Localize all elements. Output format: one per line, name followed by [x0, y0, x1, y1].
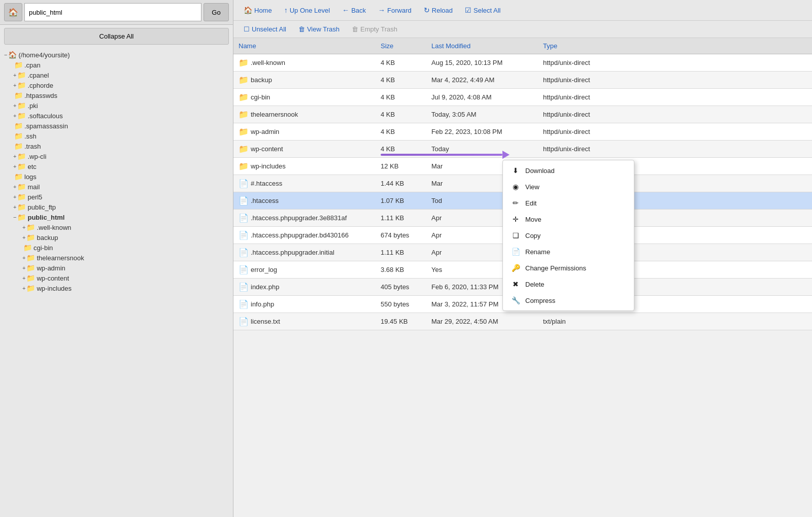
tree-item-home[interactable]: −🏠(/home4/yoursite) — [4, 50, 229, 60]
tree-item-spamassassin[interactable]: 📁.spamassassin — [4, 121, 229, 131]
tree-item-cpan[interactable]: 📁.cpan — [4, 60, 229, 70]
rename-icon: 📄 — [511, 248, 520, 256]
file-name: backup — [251, 76, 272, 84]
collapse-all-button[interactable]: Collapse All — [4, 28, 229, 45]
tree-label: wp-includes — [37, 285, 72, 292]
delete-label: Delete — [525, 281, 545, 288]
tree-item-pki[interactable]: +📁.pki — [4, 100, 229, 111]
back-icon: ← — [342, 6, 349, 14]
tree-item-wp_content_sub[interactable]: +📁wp-content — [4, 273, 229, 283]
file-size: 12 KB — [376, 158, 426, 175]
col-header-size[interactable]: Size — [376, 38, 426, 54]
home-icon-btn[interactable]: 🏠 — [4, 3, 22, 21]
context-menu-item-move[interactable]: ✛Move — [503, 211, 634, 227]
folder-icon: 📁 — [26, 254, 35, 262]
tree-item-htpasswds[interactable]: 📁.htpasswds — [4, 90, 229, 100]
tree-item-public_html[interactable]: −📁public_html — [4, 212, 229, 222]
edit-icon: ✏ — [511, 199, 520, 207]
folder-icon: 📁 — [14, 173, 23, 181]
context-menu-item-edit[interactable]: ✏Edit — [503, 195, 634, 211]
toolbar-row2: ☐ Unselect All 🗑 View Trash 🗑 Empty Tras… — [233, 21, 812, 38]
tree-label: mail — [27, 183, 40, 191]
table-row[interactable]: 📁wp-content4 KBTodayhttpd/unix-direct — [233, 141, 812, 158]
up-one-level-button[interactable]: ↑ Up One Level — [279, 3, 335, 17]
tree-item-thelearners_sub[interactable]: +📁thelearnersnook — [4, 253, 229, 263]
folder-icon: 📁 — [239, 144, 249, 154]
tree-label: (/home4/yoursite) — [18, 51, 70, 59]
view-trash-icon: 🗑 — [298, 25, 305, 33]
file-name-cell: 📁backup — [233, 72, 376, 89]
file-name-cell: 📁.well-known — [233, 54, 376, 72]
file-name-cell: 📁cgi-bin — [233, 89, 376, 106]
context-menu-item-copy[interactable]: ❑Copy — [503, 227, 634, 244]
folder-icon: 📁 — [239, 127, 249, 136]
file-size: 4 KB — [376, 123, 426, 141]
toolbar-top: 🏠 Home ↑ Up One Level ← Back → Forward ↻… — [233, 0, 812, 21]
col-header-name[interactable]: Name — [233, 38, 376, 54]
table-row[interactable]: 📁thelearnersnook4 KBToday, 3:05 AMhttpd/… — [233, 106, 812, 123]
compress-icon: 🔧 — [511, 296, 520, 304]
tree-item-public_ftp[interactable]: +📁public_ftp — [4, 202, 229, 212]
tree-item-wp_cli[interactable]: +📁.wp-cli — [4, 151, 229, 161]
path-input[interactable] — [24, 3, 201, 21]
delete-icon: ✖ — [511, 280, 520, 288]
home-button[interactable]: 🏠 Home — [239, 3, 277, 17]
tree-item-well_known_sub[interactable]: +📁.well-known — [4, 222, 229, 232]
col-header-modified[interactable]: Last Modified — [426, 38, 538, 54]
file-modified: Mar 29, 2022, 4:50 AM — [426, 313, 538, 330]
tree-item-backup_sub[interactable]: +📁backup — [4, 232, 229, 243]
context-menu-item-view[interactable]: ◉View — [503, 179, 634, 195]
file-size: 4 KB — [376, 72, 426, 89]
tree-label: .cphorde — [27, 82, 53, 89]
folder-icon: 📁 — [17, 101, 26, 110]
tree-label: perl5 — [27, 193, 42, 201]
folder-icon: 📁 — [17, 213, 26, 221]
tree-item-mail[interactable]: +📁mail — [4, 182, 229, 192]
context-menu-item-download[interactable]: ⬇Download — [503, 162, 634, 179]
file-modified: Mar 4, 2022, 4:49 AM — [426, 72, 538, 89]
tree-item-etc[interactable]: +📁etc — [4, 161, 229, 171]
unselect-all-button[interactable]: ☐ Unselect All — [239, 23, 291, 36]
tree-item-cpanel[interactable]: +📁.cpanel — [4, 70, 229, 80]
file-size: 4 KB — [376, 89, 426, 106]
file-name-cell: 📄.htaccess.phpupgrader.3e8831af — [233, 210, 376, 227]
unselect-all-icon: ☐ — [244, 25, 250, 33]
file-tree: −🏠(/home4/yoursite) 📁.cpan+📁.cpanel+📁.cp… — [0, 48, 233, 517]
context-menu-item-compress[interactable]: 🔧Compress — [503, 292, 634, 308]
table-row[interactable]: 📁wp-admin4 KBFeb 22, 2023, 10:08 PMhttpd… — [233, 123, 812, 141]
file-size: 1.07 KB — [376, 192, 426, 210]
tree-item-softaculous[interactable]: +📁.softaculous — [4, 111, 229, 121]
table-row[interactable]: 📁.well-known4 KBAug 15, 2020, 10:13 PMht… — [233, 54, 812, 72]
tree-item-cphorde[interactable]: +📁.cphorde — [4, 80, 229, 90]
tree-item-logs[interactable]: 📁logs — [4, 171, 229, 182]
context-menu-item-rename[interactable]: 📄Rename — [503, 244, 634, 260]
tree-item-perl5[interactable]: +📁perl5 — [4, 192, 229, 202]
context-menu-item-delete[interactable]: ✖Delete — [503, 276, 634, 292]
left-panel: 🏠 Go Collapse All −🏠(/home4/yoursite) 📁.… — [0, 0, 233, 517]
select-all-button[interactable]: ☑ Select All — [460, 3, 505, 17]
tree-label: .trash — [24, 143, 41, 150]
empty-trash-button[interactable]: 🗑 Empty Trash — [347, 23, 402, 36]
file-table-container: Name Size Last Modified Type 📁.well-know… — [233, 38, 812, 517]
tree-item-ssh[interactable]: 📁.ssh — [4, 131, 229, 141]
folder-icon: 📁 — [17, 152, 26, 160]
context-menu-item-change_permissions[interactable]: 🔑Change Permissions — [503, 260, 634, 276]
forward-button[interactable]: → Forward — [373, 3, 417, 17]
file-size: 1.11 KB — [376, 210, 426, 227]
reload-button[interactable]: ↻ Reload — [419, 3, 458, 17]
tree-label: backup — [37, 234, 58, 242]
go-button[interactable]: Go — [204, 3, 229, 21]
tree-item-cgi_bin_sub[interactable]: 📁cgi-bin — [4, 243, 229, 253]
back-button[interactable]: ← Back — [337, 3, 371, 17]
edit-label: Edit — [525, 199, 536, 207]
table-row[interactable]: 📁backup4 KBMar 4, 2022, 4:49 AMhttpd/uni… — [233, 72, 812, 89]
tree-item-wp_admin_sub[interactable]: +📁wp-admin — [4, 263, 229, 273]
view-trash-button[interactable]: 🗑 View Trash — [293, 23, 345, 36]
tree-item-wp_includes_sub[interactable]: +📁wp-includes — [4, 283, 229, 293]
table-row[interactable]: 📄license.txt19.45 KBMar 29, 2022, 4:50 A… — [233, 313, 812, 330]
table-row[interactable]: 📁cgi-bin4 KBJul 9, 2020, 4:08 AMhttpd/un… — [233, 89, 812, 106]
folder-icon: 📁 — [23, 244, 32, 252]
tree-item-trash[interactable]: 📁.trash — [4, 141, 229, 151]
folder-icon: 🏠 — [8, 51, 17, 59]
col-header-type[interactable]: Type — [538, 38, 812, 54]
